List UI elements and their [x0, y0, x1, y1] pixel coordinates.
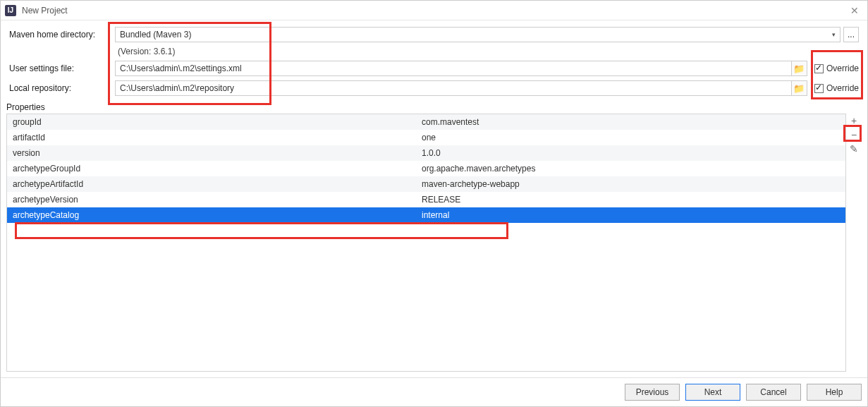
window-title: New Project	[22, 6, 846, 16]
maven-home-value: Bundled (Maven 3)	[120, 30, 832, 40]
override-label: Override	[826, 63, 859, 73]
property-value: com.maventest	[416, 117, 845, 127]
property-key: version	[7, 148, 416, 158]
override-label: Override	[826, 83, 859, 93]
property-key: archetypeCatalog	[7, 210, 416, 220]
properties-section-label: Properties	[1, 99, 867, 114]
maven-home-browse-button[interactable]: ...	[843, 27, 859, 42]
maven-version-note: (Version: 3.6.1)	[115, 47, 859, 56]
local-repo-override[interactable]: Override	[814, 83, 859, 93]
user-settings-value: C:\Users\admin\.m2\settings.xml	[120, 63, 242, 73]
checkbox-icon[interactable]	[814, 84, 824, 93]
table-row[interactable]: groupIdcom.maventest	[7, 114, 845, 130]
maven-home-label: Maven home directory:	[6, 25, 112, 44]
property-value: RELEASE	[416, 195, 845, 205]
table-row[interactable]: version1.0.0	[7, 145, 845, 161]
property-key: archetypeGroupId	[7, 164, 416, 174]
properties-toolbar: + − ✎	[846, 114, 862, 372]
table-row[interactable]: archetypeArtifactIdmaven-archetype-webap…	[7, 176, 845, 192]
property-value: maven-archetype-webapp	[416, 179, 845, 189]
add-button[interactable]: +	[847, 114, 861, 128]
property-key: groupId	[7, 117, 416, 127]
table-row[interactable]: archetypeCataloginternal	[7, 207, 845, 223]
cancel-button[interactable]: Cancel	[746, 384, 801, 401]
local-repo-label: Local repository:	[6, 78, 112, 98]
maven-home-select[interactable]: Bundled (Maven 3) ▾	[115, 27, 841, 42]
checkbox-icon[interactable]	[814, 64, 824, 73]
properties-panel: groupIdcom.maventestartifactIdoneversion…	[1, 114, 867, 377]
property-key: archetypeArtifactId	[7, 179, 416, 189]
property-key: artifactId	[7, 133, 416, 142]
dialog-footer: Previous Next Cancel Help	[1, 377, 867, 406]
maven-settings-panel: Maven home directory: Bundled (Maven 3) …	[1, 20, 867, 99]
local-repo-value: C:\Users\admin\.m2\repository	[120, 83, 234, 93]
edit-button[interactable]: ✎	[847, 142, 861, 156]
properties-table[interactable]: groupIdcom.maventestartifactIdoneversion…	[6, 114, 846, 372]
app-icon: IJ	[5, 5, 16, 16]
table-row[interactable]: artifactIdone	[7, 130, 845, 145]
table-row[interactable]: archetypeGroupIdorg.apache.maven.archety…	[7, 161, 845, 176]
remove-button[interactable]: −	[847, 128, 861, 142]
close-icon[interactable]: ✕	[846, 5, 863, 16]
property-value: one	[416, 133, 845, 142]
next-button[interactable]: Next	[685, 384, 740, 401]
user-settings-override[interactable]: Override	[814, 63, 859, 73]
previous-button[interactable]: Previous	[625, 384, 680, 401]
titlebar: IJ New Project ✕	[1, 1, 867, 20]
user-settings-input[interactable]: C:\Users\admin\.m2\settings.xml	[115, 61, 792, 76]
property-value: internal	[416, 210, 845, 220]
property-key: archetypeVersion	[7, 195, 416, 205]
local-repo-input[interactable]: C:\Users\admin\.m2\repository	[115, 80, 792, 96]
property-value: org.apache.maven.archetypes	[416, 164, 845, 174]
chevron-down-icon: ▾	[832, 31, 836, 38]
folder-icon[interactable]: 📁	[792, 80, 807, 96]
property-value: 1.0.0	[416, 148, 845, 158]
user-settings-label: User settings file:	[6, 59, 112, 78]
folder-icon[interactable]: 📁	[792, 61, 807, 76]
new-project-dialog: IJ New Project ✕ Maven home directory: B…	[0, 0, 868, 407]
help-button[interactable]: Help	[807, 384, 862, 401]
table-row[interactable]: archetypeVersionRELEASE	[7, 192, 845, 207]
